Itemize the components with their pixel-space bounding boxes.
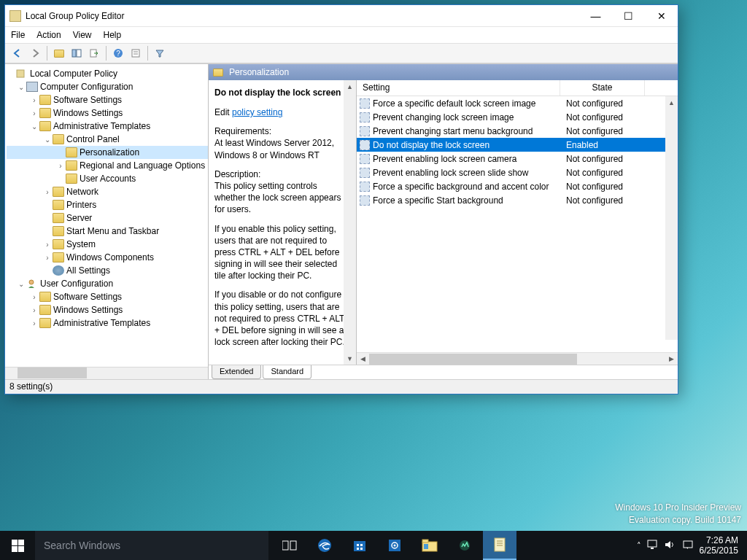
tab-extended[interactable]: Extended — [212, 365, 261, 379]
menu-file[interactable]: File — [11, 30, 25, 40]
notifications-icon[interactable] — [682, 540, 694, 551]
tree-personalization[interactable]: Personalization — [7, 146, 208, 159]
gpedit-taskbar-icon[interactable] — [483, 531, 516, 560]
desc-vscroll[interactable]: ▲ ▼ — [344, 80, 356, 365]
description-p1: This policy setting controls whether the… — [214, 180, 350, 216]
svg-rect-13 — [354, 541, 365, 551]
svg-rect-22 — [422, 540, 428, 542]
task-view-button[interactable] — [273, 531, 306, 560]
tree-network[interactable]: ›Network — [7, 185, 208, 198]
help-button[interactable]: ? — [110, 45, 126, 61]
filter-button[interactable] — [152, 45, 168, 61]
search-box[interactable]: Search Windows — [35, 531, 268, 560]
list-row[interactable]: Prevent changing start menu backgroundNo… — [357, 124, 678, 138]
back-button[interactable] — [9, 45, 26, 61]
policy-state: Not configured — [560, 182, 645, 192]
date: 6/25/2015 — [700, 545, 738, 556]
close-button[interactable]: ✕ — [645, 5, 678, 26]
tab-standard[interactable]: Standard — [263, 365, 311, 379]
view-tabs: Extended Standard — [209, 365, 678, 379]
tree-hscroll[interactable] — [5, 367, 208, 379]
svg-rect-23 — [424, 544, 428, 549]
system-tray[interactable]: ˄ 7:26 AM 6/25/2015 — [631, 535, 747, 556]
tree-windows-components[interactable]: ›Windows Components — [7, 251, 208, 264]
tree-windows-settings[interactable]: ›Windows Settings — [7, 106, 208, 120]
policy-icon — [360, 154, 370, 164]
tree-computer-config[interactable]: ⌄Computer Configuration — [7, 80, 208, 93]
policy-name: Prevent enabling lock screen slide show — [373, 168, 528, 178]
list-row[interactable]: Force a specific Start backgroundNot con… — [357, 193, 678, 207]
tray-chevron-icon[interactable]: ˄ — [637, 541, 641, 551]
tree-user-accounts[interactable]: User Accounts — [7, 172, 208, 185]
tree-printers[interactable]: Printers — [7, 198, 208, 211]
explorer-icon[interactable] — [413, 531, 446, 560]
store-icon[interactable] — [343, 531, 376, 560]
path-label: Personalization — [229, 67, 289, 77]
list-vscroll[interactable]: ▲ — [665, 96, 678, 340]
list-row[interactable]: Prevent changing lock screen imageNot co… — [357, 110, 678, 124]
list-row[interactable]: Do not display the lock screenEnabled — [357, 138, 678, 152]
scroll-down-icon[interactable]: ▼ — [344, 352, 356, 365]
toolbar-separator — [147, 46, 148, 61]
tree-control-panel[interactable]: ⌄Control Panel — [7, 133, 208, 146]
list-body[interactable]: Force a specific default lock screen ima… — [357, 96, 678, 352]
list-row[interactable]: Prevent enabling lock screen cameraNot c… — [357, 152, 678, 166]
search-placeholder: Search Windows — [44, 540, 120, 551]
scroll-right-icon[interactable]: ▶ — [665, 355, 678, 362]
menu-help[interactable]: Help — [104, 30, 122, 40]
settings-icon[interactable] — [378, 531, 411, 560]
list-header[interactable]: Setting State — [357, 80, 678, 96]
tree-system[interactable]: ›System — [7, 238, 208, 251]
forward-button[interactable] — [27, 45, 43, 61]
policy-tree[interactable]: Local Computer Policy ⌄Computer Configur… — [5, 64, 208, 367]
scroll-left-icon[interactable]: ◀ — [357, 355, 369, 362]
policy-icon — [360, 182, 370, 192]
scroll-up-icon[interactable]: ▲ — [344, 80, 356, 93]
tree-software-settings[interactable]: ›Software Settings — [7, 93, 208, 106]
svg-rect-0 — [72, 50, 76, 57]
volume-icon[interactable] — [665, 540, 676, 551]
tree-all-settings[interactable]: All Settings — [7, 264, 208, 277]
maximize-button[interactable]: ☐ — [612, 5, 645, 26]
scroll-up-icon[interactable]: ▲ — [665, 96, 678, 109]
clock[interactable]: 7:26 AM 6/25/2015 — [700, 535, 741, 556]
minimize-button[interactable]: — — [579, 5, 612, 26]
titlebar[interactable]: Local Group Policy Editor — ☐ ✕ — [5, 5, 678, 27]
tree-pane: Local Computer Policy ⌄Computer Configur… — [5, 64, 209, 379]
start-button[interactable] — [0, 531, 35, 560]
edit-line: Edit policy setting — [214, 106, 350, 118]
tree-regional-language[interactable]: ›Regional and Language Options — [7, 159, 208, 172]
policy-state: Not configured — [560, 112, 645, 122]
edit-policy-link[interactable]: policy setting — [232, 107, 282, 117]
menu-view[interactable]: View — [73, 30, 92, 40]
tree-uc-windows-settings[interactable]: ›Windows Settings — [7, 303, 208, 316]
app-icon[interactable] — [448, 531, 481, 560]
taskbar[interactable]: Search Windows ˄ 7:26 AM 6/25/2015 — [0, 531, 747, 560]
tree-user-config[interactable]: ⌄User Configuration — [7, 277, 208, 290]
svg-rect-5 — [132, 50, 139, 57]
svg-rect-11 — [290, 541, 296, 550]
tree-root[interactable]: Local Computer Policy — [7, 67, 208, 80]
svg-rect-25 — [495, 538, 505, 551]
network-icon[interactable] — [647, 540, 659, 551]
svg-rect-1 — [77, 50, 81, 57]
tree-start-menu-taskbar[interactable]: Start Menu and Taskbar — [7, 225, 208, 238]
export-button[interactable] — [86, 45, 102, 61]
tree-uc-software-settings[interactable]: ›Software Settings — [7, 290, 208, 303]
properties-button[interactable] — [128, 45, 144, 61]
list-hscroll[interactable]: ◀ ▶ — [357, 352, 678, 365]
list-row[interactable]: Prevent enabling lock screen slide showN… — [357, 166, 678, 179]
svg-rect-31 — [684, 541, 692, 548]
list-row[interactable]: Force a specific default lock screen ima… — [357, 96, 678, 110]
tree-admin-templates[interactable]: ⌄Administrative Templates — [7, 120, 208, 133]
tree-uc-admin-templates[interactable]: ›Administrative Templates — [7, 316, 208, 330]
col-state[interactable]: State — [560, 80, 645, 96]
up-button[interactable] — [51, 45, 67, 61]
show-hide-tree-button[interactable] — [69, 45, 85, 61]
edge-icon[interactable] — [308, 531, 341, 560]
menu-action[interactable]: Action — [36, 30, 61, 40]
folder-icon — [213, 69, 223, 77]
col-setting[interactable]: Setting — [357, 80, 560, 96]
list-row[interactable]: Force a specific background and accent c… — [357, 179, 678, 193]
tree-server[interactable]: Server — [7, 211, 208, 225]
